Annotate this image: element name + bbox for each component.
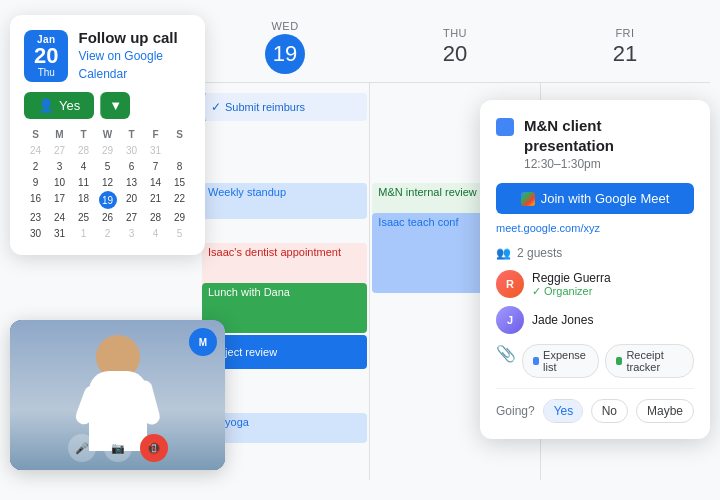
cal-day-18[interactable]: 18 [72,191,95,209]
wed-name: WED [200,20,370,32]
cal-day-27[interactable]: 27 [48,143,71,158]
day-col-thu: THU 20 [370,27,540,67]
cal-day-12[interactable]: 12 [96,175,119,190]
cal-day-28[interactable]: 28 [72,143,95,158]
cal-day-28b[interactable]: 28 [144,210,167,225]
cal-day-25[interactable]: 25 [72,210,95,225]
cal-day-29[interactable]: 29 [96,143,119,158]
cal-day-8[interactable]: 8 [168,159,191,174]
cal-day-11[interactable]: 11 [72,175,95,190]
cal-day-30[interactable]: 30 [120,143,143,158]
expense-list-chip[interactable]: Expense list [522,344,599,378]
hangup-button[interactable]: 📵 [140,434,168,462]
google-meet-icon [521,192,535,206]
cal-day-1next[interactable]: 1 [72,226,95,241]
fri-name: FRI [540,27,710,39]
expense-dot [533,357,539,365]
event-lunch-dana[interactable]: Lunch with Dana [202,283,367,333]
attachment-icon: 📎 [496,344,516,378]
jade-info: Jade Jones [532,313,593,327]
thu-number: 20 [370,41,540,67]
cal-day-31[interactable]: 31 [144,143,167,158]
cal-day-10[interactable]: 10 [48,175,71,190]
notification-header: Jan 20 Thu Follow up call View on Google… [24,29,191,82]
cal-header-s1: S [24,127,47,142]
cal-day-5next[interactable]: 5 [168,226,191,241]
cal-day-5[interactable]: 5 [96,159,119,174]
meet-link[interactable]: meet.google.com/xyz [496,222,694,234]
calendar-header: WED 19 THU 20 FRI 21 [200,20,710,82]
wed-number: 19 [265,34,305,74]
cal-day-9[interactable]: 9 [24,175,47,190]
event-project-review[interactable]: Project review [202,335,367,369]
popup-event-time: 12:30–1:30pm [524,157,694,171]
popup-event-title: M&N client presentation [524,116,694,155]
event-yoga[interactable]: Do yoga [202,413,367,443]
receipt-tracker-chip[interactable]: Receipt tracker [605,344,694,378]
cal-day-20-row4[interactable]: 20 [120,191,143,209]
guest-jade: J Jade Jones [496,306,694,334]
event-submit-reimburs[interactable]: ✓ Submit reimburs [202,93,367,121]
thu-name: THU [370,27,540,39]
cal-day-15[interactable]: 15 [168,175,191,190]
cal-day-14[interactable]: 14 [144,175,167,190]
cal-day-29b[interactable]: 29 [168,210,191,225]
cal-day-empty [168,143,191,158]
rsvp-maybe-button[interactable]: Maybe [636,399,694,423]
cal-day-4[interactable]: 4 [72,159,95,174]
cal-header-t1: T [72,127,95,142]
cal-day-27b[interactable]: 27 [120,210,143,225]
cal-day-2next[interactable]: 2 [96,226,119,241]
guest-reggie: R Reggie Guerra ✓ Organizer [496,270,694,298]
fri-number: 21 [540,41,710,67]
going-label: Going? [496,404,535,418]
reggie-name: Reggie Guerra [532,271,611,285]
mute-button[interactable]: 🎤 [68,434,96,462]
reggie-info: Reggie Guerra ✓ Organizer [532,271,611,298]
video-controls: 🎤 📷 📵 [68,434,168,462]
cal-day-3[interactable]: 3 [48,159,71,174]
cal-day-4next[interactable]: 4 [144,226,167,241]
cal-day-24[interactable]: 24 [24,143,47,158]
view-google-calendar-link[interactable]: View on Google Calendar [78,49,163,81]
yes-button[interactable]: 👤 Yes [24,92,94,119]
cal-day-2[interactable]: 2 [24,159,47,174]
mini-month-grid: S M T W T F S 24 27 28 29 30 31 2 3 4 5 … [24,127,191,241]
badge-day: 20 [34,45,58,67]
cal-day-6[interactable]: 6 [120,159,143,174]
notification-event-info: Follow up call View on Google Calendar [78,29,191,82]
jade-name: Jade Jones [532,313,593,327]
cal-day-13[interactable]: 13 [120,175,143,190]
cal-day-7[interactable]: 7 [144,159,167,174]
jade-avatar: J [496,306,524,334]
cal-header-t2: T [120,127,143,142]
cal-header-m: M [48,127,71,142]
cal-day-23[interactable]: 23 [24,210,47,225]
cal-day-3next[interactable]: 3 [120,226,143,241]
join-meet-button[interactable]: Join with Google Meet [496,183,694,214]
cal-day-19-today[interactable]: 19 [99,191,117,209]
mini-month-calendar: S M T W T F S 24 27 28 29 30 31 2 3 4 5 … [24,127,191,241]
wed-column: ✓ Submit reimburs Weekly standup Isaac's… [200,83,369,480]
check-icon: ✓ [532,285,541,297]
cal-day-30b[interactable]: 30 [24,226,47,241]
cal-day-22[interactable]: 22 [168,191,191,209]
cal-day-24b[interactable]: 24 [48,210,71,225]
rsvp-no-button[interactable]: No [591,399,628,423]
cal-day-21[interactable]: 21 [144,191,167,209]
cal-day-31b[interactable]: 31 [48,226,71,241]
rsvp-yes-button[interactable]: Yes [544,400,583,422]
yes-icon: 👤 [38,98,54,113]
guests-count: 👥 2 guests [496,246,694,260]
cal-header-w: W [96,127,119,142]
cal-day-17[interactable]: 17 [48,191,71,209]
cal-day-16[interactable]: 16 [24,191,47,209]
event-weekly-standup[interactable]: Weekly standup [202,183,367,219]
popup-event-info: M&N client presentation 12:30–1:30pm [524,116,694,171]
yes-dropdown-button[interactable]: ▼ [100,92,130,119]
camera-button[interactable]: 📷 [104,434,132,462]
cal-day-26[interactable]: 26 [96,210,119,225]
notification-card: Jan 20 Thu Follow up call View on Google… [10,15,205,255]
guests-icon: 👥 [496,246,511,260]
rsvp-footer: Going? Yes ▾ No Maybe [496,388,694,423]
